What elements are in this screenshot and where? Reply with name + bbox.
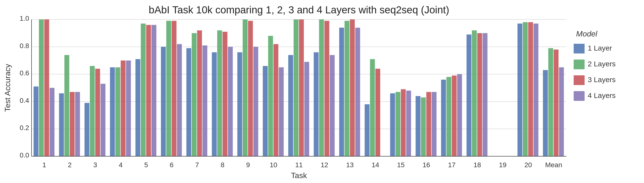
svg-rect-41 bbox=[177, 44, 182, 156]
svg-rect-92 bbox=[441, 80, 446, 156]
svg-text:0.4: 0.4 bbox=[20, 97, 29, 104]
svg-text:2: 2 bbox=[68, 161, 72, 169]
svg-rect-58 bbox=[263, 66, 268, 156]
svg-rect-78 bbox=[364, 104, 370, 156]
svg-text:9: 9 bbox=[246, 161, 250, 169]
svg-rect-60 bbox=[274, 44, 278, 156]
svg-rect-106 bbox=[534, 24, 538, 156]
svg-rect-95 bbox=[457, 74, 462, 156]
svg-rect-76 bbox=[355, 28, 360, 156]
svg-text:Test Accuracy: Test Accuracy bbox=[3, 64, 12, 112]
svg-rect-85 bbox=[406, 91, 411, 156]
svg-text:Task: Task bbox=[291, 171, 307, 180]
svg-rect-99 bbox=[477, 33, 482, 156]
svg-rect-25 bbox=[95, 69, 100, 156]
svg-rect-15 bbox=[44, 20, 49, 156]
svg-rect-18 bbox=[59, 93, 64, 156]
svg-rect-56 bbox=[254, 47, 258, 156]
svg-text:14: 14 bbox=[372, 161, 379, 169]
svg-rect-33 bbox=[135, 59, 140, 156]
svg-text:19: 19 bbox=[499, 161, 506, 169]
svg-rect-100 bbox=[483, 33, 488, 156]
svg-text:18: 18 bbox=[474, 161, 481, 169]
svg-rect-75 bbox=[350, 20, 355, 156]
svg-text:8: 8 bbox=[221, 161, 224, 169]
svg-text:bAbI Task 10k comparing 1, 2, : bAbI Task 10k comparing 1, 2, 3 and 4 La… bbox=[149, 4, 449, 16]
svg-rect-21 bbox=[75, 92, 80, 156]
svg-rect-24 bbox=[90, 66, 94, 156]
svg-rect-79 bbox=[370, 59, 375, 156]
svg-text:6: 6 bbox=[170, 161, 174, 169]
svg-text:16: 16 bbox=[422, 161, 430, 169]
svg-text:3 Layers: 3 Layers bbox=[588, 76, 616, 84]
svg-rect-45 bbox=[197, 30, 202, 156]
svg-rect-26 bbox=[101, 84, 106, 156]
svg-rect-34 bbox=[141, 24, 146, 156]
svg-rect-48 bbox=[212, 52, 216, 156]
svg-text:15: 15 bbox=[397, 161, 404, 169]
svg-text:12: 12 bbox=[321, 161, 328, 169]
svg-rect-94 bbox=[452, 76, 457, 156]
svg-rect-13 bbox=[34, 87, 38, 156]
svg-rect-74 bbox=[344, 21, 349, 156]
chart-container: 0.00.20.40.60.81.01234567891011121314151… bbox=[0, 0, 644, 183]
svg-rect-46 bbox=[202, 46, 208, 156]
svg-rect-66 bbox=[304, 62, 309, 156]
svg-rect-104 bbox=[523, 22, 528, 156]
svg-rect-71 bbox=[330, 55, 335, 156]
svg-rect-28 bbox=[110, 67, 115, 156]
svg-text:Model: Model bbox=[576, 29, 598, 38]
svg-text:4: 4 bbox=[119, 161, 123, 169]
svg-text:10: 10 bbox=[270, 161, 277, 169]
svg-text:7: 7 bbox=[195, 161, 199, 169]
svg-rect-93 bbox=[446, 77, 451, 156]
svg-rect-119 bbox=[574, 44, 584, 54]
svg-rect-109 bbox=[548, 48, 553, 156]
svg-rect-38 bbox=[161, 47, 166, 156]
svg-rect-84 bbox=[401, 89, 406, 156]
svg-rect-39 bbox=[166, 21, 171, 156]
svg-text:0.0: 0.0 bbox=[20, 151, 29, 159]
svg-text:4 Layers: 4 Layers bbox=[588, 91, 616, 99]
svg-text:1: 1 bbox=[42, 161, 46, 169]
svg-rect-19 bbox=[64, 55, 69, 156]
svg-text:1.0: 1.0 bbox=[20, 15, 29, 22]
svg-text:11: 11 bbox=[295, 161, 303, 169]
svg-rect-50 bbox=[223, 32, 228, 156]
svg-rect-64 bbox=[294, 20, 298, 156]
svg-rect-61 bbox=[279, 67, 284, 156]
svg-rect-59 bbox=[268, 36, 273, 156]
svg-rect-53 bbox=[237, 52, 242, 156]
svg-rect-35 bbox=[146, 25, 151, 156]
svg-rect-20 bbox=[70, 92, 75, 156]
svg-rect-29 bbox=[115, 67, 120, 156]
svg-rect-31 bbox=[126, 61, 131, 156]
svg-rect-55 bbox=[248, 21, 253, 156]
svg-text:Mean: Mean bbox=[545, 161, 562, 169]
svg-rect-16 bbox=[50, 88, 54, 156]
svg-rect-103 bbox=[518, 24, 522, 156]
svg-rect-88 bbox=[421, 97, 426, 156]
svg-rect-43 bbox=[186, 48, 191, 156]
svg-text:2 Layers: 2 Layers bbox=[588, 60, 616, 68]
svg-rect-108 bbox=[543, 70, 548, 156]
svg-rect-69 bbox=[319, 20, 324, 156]
svg-rect-14 bbox=[39, 20, 44, 156]
svg-rect-70 bbox=[324, 21, 330, 156]
svg-rect-98 bbox=[472, 30, 477, 156]
svg-rect-123 bbox=[574, 75, 584, 85]
svg-rect-73 bbox=[339, 28, 344, 156]
svg-rect-83 bbox=[395, 92, 400, 156]
svg-rect-68 bbox=[314, 52, 318, 156]
svg-rect-90 bbox=[432, 92, 436, 156]
svg-text:0.2: 0.2 bbox=[20, 124, 29, 131]
svg-rect-36 bbox=[152, 25, 156, 156]
svg-rect-51 bbox=[228, 47, 233, 156]
svg-text:3: 3 bbox=[94, 161, 97, 169]
svg-rect-54 bbox=[242, 20, 248, 156]
svg-rect-121 bbox=[574, 60, 584, 69]
svg-text:0.8: 0.8 bbox=[20, 42, 29, 50]
svg-rect-80 bbox=[376, 69, 380, 156]
svg-text:20: 20 bbox=[524, 161, 532, 169]
svg-rect-30 bbox=[121, 61, 126, 156]
